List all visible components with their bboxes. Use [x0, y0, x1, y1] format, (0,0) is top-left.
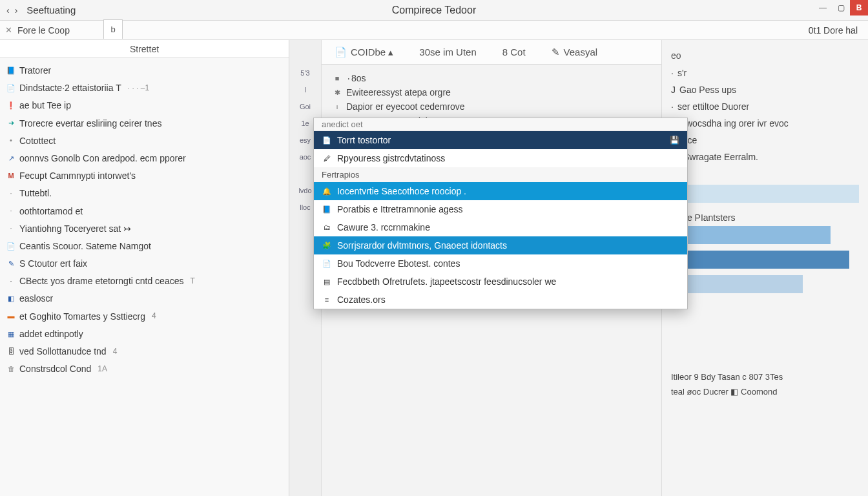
save-icon[interactable]: 💾	[669, 136, 679, 145]
palette-item[interactable]: 🖉Rpyouress gistrcdvtatinoss	[314, 149, 687, 167]
palette-item-icon: ≡	[322, 294, 332, 305]
sidebar-item[interactable]: ↗oonnvs Gonolb Con aredpod. ecm pporer	[5, 150, 284, 167]
sidebar-item[interactable]: 🗄ved Sollottanudce tnd4	[5, 343, 284, 360]
sidebar-item[interactable]: •Cotottect	[5, 132, 284, 150]
palette-item-label: Poratbis e Ittretramnonie agess	[337, 204, 463, 214]
sidebar-item[interactable]: 📘Tratorer	[5, 62, 284, 79]
palette-item-icon: 📄	[322, 135, 332, 145]
bar-1	[671, 185, 859, 203]
dot-icon: ·	[6, 207, 16, 216]
sidebar-item-label: et Goghito Tomartes y Ssttiecrg	[19, 309, 145, 325]
sidebar-item[interactable]: ▬et Goghito Tomartes y Ssttiecrg4	[5, 308, 284, 326]
sidebar-item[interactable]: ·Tuttebtl.	[5, 185, 284, 202]
palette-item[interactable]: 📘Poratbis e Ittretramnonie agess	[314, 200, 687, 218]
nav-forward-button[interactable]: ›	[15, 5, 18, 16]
sidebar-item-label: ae but Tee ip	[19, 98, 71, 114]
sidebar-tab[interactable]: Strettet	[0, 40, 289, 58]
property-row[interactable]: ◧Swragate Eerralm.	[671, 149, 859, 165]
sidebar-item[interactable]: ·CBectε yos drame etetorngti cntd ceaces…	[5, 273, 284, 290]
palette-item[interactable]: 📄Bou Todcverre Ebotest. contes	[314, 254, 687, 273]
footer-link[interactable]: teal øoc Ducrer ◧ Coomond	[671, 384, 859, 399]
property-row[interactable]: ·s'r	[671, 65, 859, 81]
sidebar-item-label: Trorecre evertar esliriing ceirer tnes	[19, 116, 161, 132]
list-item[interactable]: ✱Ewiteeressyst atepa orgre	[322, 85, 661, 99]
property-icon: ·	[671, 68, 674, 78]
dot-icon: ·	[6, 189, 16, 198]
palette-item-label: Cozates.ors	[337, 294, 386, 305]
minimize-button[interactable]: —	[814, 0, 832, 16]
arrow-icon: ➜	[6, 119, 16, 128]
bar-chart: scine PIantsters	[671, 185, 859, 293]
gutter-item: 5'3	[289, 65, 321, 81]
breadcrumb: Seeftuating	[24, 5, 76, 16]
palette-item-label: Fecdbbeth Ofretrufets. jtapeetscostr fee…	[337, 276, 556, 287]
property-icon: J	[671, 85, 676, 95]
alert-icon: ❗	[6, 101, 16, 110]
window-title: Compirece Tedoor	[392, 5, 476, 16]
property-label: Swragate Eerralm.	[683, 152, 758, 162]
sub-right-label: 0t1 Dore hal	[809, 25, 858, 36]
palette-item[interactable]: ≡Cozates.ors	[314, 291, 687, 309]
maximize-button[interactable]: ▢	[832, 0, 850, 16]
sidebar-item-badge: · · · –1	[125, 81, 149, 96]
palette-item[interactable]: 📄Torrt tostortor💾	[314, 131, 687, 149]
palette-item[interactable]: 🗂Cawure 3. rccrnmakine	[314, 218, 687, 236]
palette-item[interactable]: ▤Fecdbbeth Ofretrufets. jtapeetscostr fe…	[314, 273, 687, 291]
archive-icon: 🗄	[6, 347, 16, 356]
property-row[interactable]: ·odce	[671, 132, 859, 149]
close-button[interactable]: B	[850, 0, 868, 16]
tab-label: COIDbe ▴	[351, 46, 393, 58]
sidebar-item[interactable]: ✎S Ctoutor ert faix	[5, 255, 284, 273]
palette-item-label: Sorrjsrardor dvltmtnors, Gnaoect idontac…	[337, 240, 507, 251]
grid-icon: ▦	[6, 329, 16, 338]
panel-icon: ◧	[6, 294, 16, 304]
palette-item[interactable]: 🔔Iocentvrtie Saecothoce roociop .	[314, 182, 687, 200]
sidebar-item[interactable]: ▦addet edtinpotly	[5, 326, 284, 343]
sub-tab[interactable]: b	[103, 19, 123, 39]
main-tab[interactable]: 📄COIDbe ▴	[335, 46, 393, 58]
palette-item-icon: 🧩	[322, 240, 332, 251]
tab-label: Veasyal	[564, 46, 598, 57]
sidebar-item[interactable]: MFecupt Cammnypti intorwet's	[5, 167, 284, 185]
sidebar-item[interactable]: 📄Dindstacte·2 ettaistoriia T· · · –1	[5, 79, 284, 97]
explorer-sidebar: Strettet 📘Tratorer📄Dindstacte·2 ettaisto…	[0, 40, 289, 496]
property-row[interactable]: JGao Pess ups	[671, 81, 859, 98]
list-item-icon: ■	[333, 74, 341, 82]
command-palette[interactable]: anedict oet 📄Torrt tostortor💾🖉Rpyouress …	[313, 118, 688, 309]
main-tab[interactable]: 8 Cot	[502, 46, 526, 57]
list-item-label: Dapior er eyecoot cedemrove	[346, 101, 465, 112]
right-tab[interactable]: eo	[671, 46, 859, 65]
property-row[interactable]: ·ser ettiltoe Duorer	[671, 98, 859, 115]
tab-close-button[interactable]: ✕	[5, 25, 17, 35]
palette-item-icon: 📘	[322, 204, 332, 214]
palette-header: anedict oet	[314, 118, 687, 131]
sidebar-item-label: Fecupt Cammnypti intorwet's	[19, 168, 136, 184]
list-item[interactable]: ■۰8os	[322, 71, 661, 85]
tab-icon: ✎	[552, 46, 560, 58]
gutter-item: I	[289, 81, 321, 98]
nav-back-button[interactable]: ‹	[6, 5, 10, 16]
property-row[interactable]: 🔒wocsdha ing orer ivr evoc	[671, 115, 859, 132]
main-tab[interactable]: ✎Veasyal	[552, 46, 598, 58]
sidebar-item-label: oonnvs Gonolb Con aredpod. ecm pporer	[19, 150, 186, 167]
sub-label: Fore le Coop	[17, 25, 70, 36]
palette-item[interactable]: 🧩Sorrjsrardor dvltmtnors, Gnaoect idonta…	[314, 236, 687, 254]
sidebar-item-label: oothtortamod et	[19, 203, 83, 220]
sidebar-item[interactable]: ◧easloscr	[5, 290, 284, 307]
sidebar-item[interactable]: ·oothtortamod et	[5, 203, 284, 220]
sidebar-item-badge: 1A	[95, 362, 107, 377]
link-icon: ↗	[6, 154, 16, 163]
bar-2	[671, 226, 831, 244]
sidebar-item[interactable]: ❗ae but Tee ip	[5, 97, 284, 114]
list-item[interactable]: ıDapior er eyecoot cedemrove	[322, 99, 661, 114]
title-bar: ‹ › Seeftuating Compirece Tedoor — ▢ B	[0, 0, 868, 21]
footer-link[interactable]: Itileor 9 Bdy Tasan c 807 3Tes	[671, 369, 859, 384]
sidebar-item[interactable]: 🗑Constrsdcol Cond1A	[5, 360, 284, 378]
sidebar-item[interactable]: ➜Trorecre evertar esliriing ceirer tnes	[5, 115, 284, 132]
main-tab[interactable]: 30se im Uten	[419, 46, 476, 57]
property-label: ser ettiltoe Duorer	[677, 101, 749, 112]
sidebar-item[interactable]: 📄Ceantis Scouor. Sateme Namgot	[5, 238, 284, 255]
palette-item-label: Bou Todcverre Ebotest. contes	[337, 258, 460, 269]
sidebar-item[interactable]: ·Yiantiohng Toceryeret sat ↣	[5, 220, 284, 238]
bullet-icon: •	[6, 136, 16, 145]
